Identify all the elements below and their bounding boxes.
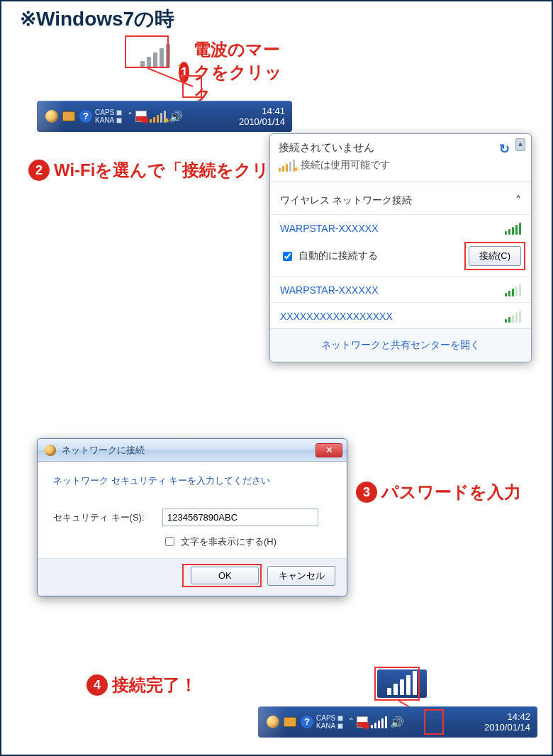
taskbar-after: ? CAPS KANA ˄ 🔊 14:42 2010/01/14 bbox=[258, 706, 537, 738]
highlight-box bbox=[182, 564, 262, 587]
security-key-label: セキュリティ キー(S): bbox=[53, 511, 152, 524]
highlight-box bbox=[464, 242, 525, 270]
wifi-network-item[interactable]: WARPSTAR-XXXXXX bbox=[270, 214, 531, 240]
wifi-signal-icon bbox=[279, 159, 295, 172]
network-sharing-center-link[interactable]: ネットワークと共有センターを開く bbox=[270, 328, 531, 362]
signal-strength-icon bbox=[505, 222, 521, 235]
auto-connect-checkbox[interactable] bbox=[283, 252, 292, 261]
tray-expand-icon[interactable]: ˄ bbox=[128, 111, 133, 122]
dialog-titlebar: ネットワークに接続 ✕ bbox=[38, 439, 347, 462]
ime-indicator: CAPS KANA bbox=[316, 714, 343, 730]
refresh-icon[interactable]: ↻ bbox=[499, 141, 510, 157]
dialog-prompt: ネットワーク セキュリティ キーを入力してください bbox=[53, 474, 331, 487]
auto-connect-checkbox-label[interactable]: 自動的に接続する bbox=[280, 250, 378, 263]
close-button[interactable]: ✕ bbox=[315, 443, 342, 457]
callout-3: 3 パスワードを入力 bbox=[356, 481, 521, 504]
flyout-status: 接続されていません bbox=[279, 141, 523, 155]
tray-expand-icon[interactable]: ˄ bbox=[349, 716, 354, 728]
action-center-icon[interactable] bbox=[357, 716, 368, 728]
wifi-network-item[interactable]: XXXXXXXXXXXXXXXXX bbox=[270, 302, 531, 328]
step-number-2: 2 bbox=[28, 160, 50, 181]
hide-chars-label[interactable]: 文字を非表示にする(H) bbox=[181, 535, 276, 548]
volume-icon[interactable]: 🔊 bbox=[390, 716, 404, 729]
callout-4: 4 接続完了！ bbox=[86, 674, 197, 696]
highlight-box bbox=[374, 667, 420, 701]
leader-line bbox=[143, 68, 200, 104]
svg-line-0 bbox=[147, 68, 193, 87]
wifi-flyout: 接続されていません ↻ 接続は使用可能です ワイヤレス ネットワーク接続 ˄ W… bbox=[269, 133, 532, 362]
wifi-network-item[interactable]: WARPSTAR-XXXXXX bbox=[270, 276, 531, 302]
wireless-section-header[interactable]: ワイヤレス ネットワーク接続 ˄ bbox=[270, 187, 531, 214]
security-key-input[interactable] bbox=[162, 508, 318, 526]
volume-icon[interactable]: 🔊 bbox=[169, 110, 183, 123]
dialog-title-text: ネットワークに接続 bbox=[62, 444, 145, 457]
connect-dialog: ネットワークに接続 ✕ ネットワーク セキュリティ キーを入力してください セキ… bbox=[37, 438, 347, 596]
flyout-available-text: 接続は使用可能です bbox=[301, 159, 390, 172]
step-number-4: 4 bbox=[86, 674, 108, 696]
signal-strength-icon bbox=[505, 284, 521, 296]
signal-strength-icon bbox=[505, 310, 521, 323]
cancel-button[interactable]: キャンセル bbox=[267, 566, 335, 586]
taskbar-before: ? CAPS KANA ˄ 🔊 14:41 2010/01/14 bbox=[37, 101, 292, 132]
action-center-icon[interactable] bbox=[135, 111, 147, 122]
dialog-title-icon bbox=[45, 445, 56, 456]
network-tray-icon[interactable] bbox=[150, 110, 166, 123]
auto-connect-row: 自動的に接続する 接続(C) bbox=[270, 240, 531, 276]
chevron-up-icon: ˄ bbox=[515, 194, 521, 207]
taskbar-clock[interactable]: 14:42 2010/01/14 bbox=[484, 711, 532, 733]
hide-chars-checkbox[interactable] bbox=[165, 537, 174, 546]
ime-indicator: CAPS KANA bbox=[95, 109, 122, 124]
page-title: ※Windows7の時 bbox=[20, 6, 174, 33]
highlight-box bbox=[424, 709, 444, 735]
network-tray-icon[interactable] bbox=[371, 716, 387, 728]
scrollbar-up[interactable] bbox=[515, 138, 525, 151]
step-number-3: 3 bbox=[356, 482, 377, 503]
highlight-box bbox=[125, 35, 169, 68]
taskbar-clock[interactable]: 14:41 2010/01/14 bbox=[239, 106, 286, 127]
